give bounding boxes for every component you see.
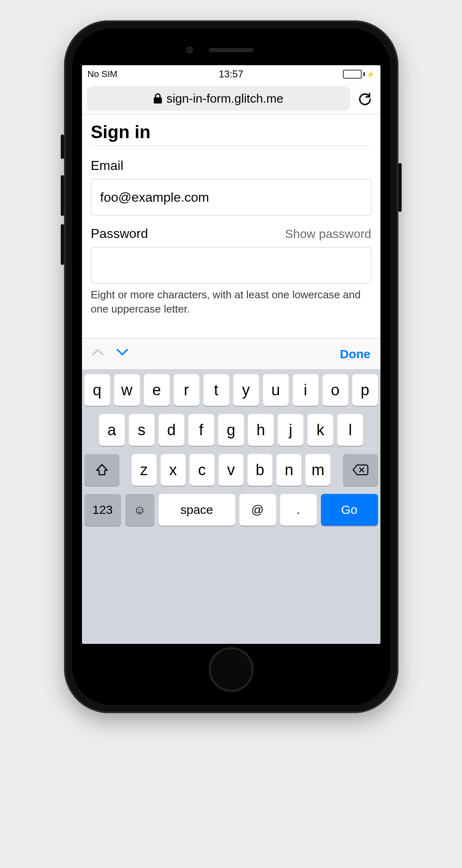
clock-label: 13:57 bbox=[219, 68, 243, 80]
key-n[interactable]: n bbox=[276, 454, 301, 486]
key-k[interactable]: k bbox=[307, 414, 333, 446]
password-label: Password bbox=[91, 226, 148, 241]
key-b[interactable]: b bbox=[248, 454, 272, 486]
shift-key[interactable] bbox=[84, 454, 119, 486]
key-m[interactable]: m bbox=[305, 454, 330, 486]
email-field[interactable] bbox=[91, 179, 371, 216]
key-y[interactable]: y bbox=[233, 374, 259, 406]
key-e[interactable]: e bbox=[144, 374, 170, 406]
key-d[interactable]: d bbox=[159, 414, 184, 446]
status-bar: No SIM 13:57 ⚡ bbox=[82, 65, 380, 83]
key-w[interactable]: w bbox=[114, 374, 140, 406]
key-g[interactable]: g bbox=[218, 414, 244, 446]
phone-frame: No SIM 13:57 ⚡ sign-in-form.glitch.me bbox=[64, 20, 398, 713]
key-z[interactable]: z bbox=[132, 454, 157, 486]
email-field-block: Email bbox=[91, 158, 371, 216]
key-a[interactable]: a bbox=[99, 414, 125, 446]
keyboard-accessory-bar: Done bbox=[82, 338, 380, 369]
volume-up-button bbox=[61, 175, 64, 216]
backspace-key[interactable] bbox=[343, 454, 378, 486]
mute-switch bbox=[61, 134, 64, 159]
password-hint: Eight or more characters, with at least … bbox=[91, 288, 371, 316]
key-j[interactable]: j bbox=[278, 414, 303, 446]
show-password-toggle[interactable]: Show password bbox=[285, 227, 371, 241]
power-button bbox=[398, 163, 402, 212]
key-r[interactable]: r bbox=[174, 374, 199, 406]
key-l[interactable]: l bbox=[337, 414, 363, 446]
key-t[interactable]: t bbox=[203, 374, 229, 406]
password-field-block: Password Show password Eight or more cha… bbox=[91, 226, 371, 316]
browser-toolbar: sign-in-form.glitch.me bbox=[82, 83, 380, 115]
home-button[interactable] bbox=[209, 647, 254, 692]
key-u[interactable]: u bbox=[263, 374, 289, 406]
go-key[interactable]: Go bbox=[321, 494, 378, 526]
key-p[interactable]: p bbox=[352, 374, 378, 406]
dot-key[interactable]: . bbox=[280, 494, 317, 526]
emoji-key[interactable]: ☺ bbox=[125, 494, 155, 526]
volume-down-button bbox=[61, 224, 64, 265]
key-h[interactable]: h bbox=[248, 414, 274, 446]
key-f[interactable]: f bbox=[188, 414, 214, 446]
key-x[interactable]: x bbox=[161, 454, 186, 486]
space-key[interactable]: space bbox=[159, 494, 235, 526]
phone-speaker bbox=[209, 48, 254, 52]
numeric-key[interactable]: 123 bbox=[84, 494, 121, 526]
page-content: Sign in Email Password Show password Eig… bbox=[82, 115, 380, 334]
url-text: sign-in-form.glitch.me bbox=[166, 92, 283, 106]
lock-icon bbox=[153, 93, 162, 104]
reload-button[interactable] bbox=[354, 91, 376, 106]
emoji-icon: ☺ bbox=[133, 503, 146, 517]
keyboard-done-button[interactable]: Done bbox=[340, 347, 371, 361]
shift-icon bbox=[95, 463, 109, 477]
key-i[interactable]: i bbox=[293, 374, 318, 406]
password-field[interactable] bbox=[91, 247, 371, 284]
at-key[interactable]: @ bbox=[239, 494, 276, 526]
carrier-label: No SIM bbox=[88, 69, 117, 79]
key-v[interactable]: v bbox=[219, 454, 243, 486]
key-q[interactable]: q bbox=[84, 374, 110, 406]
page-title: Sign in bbox=[91, 122, 371, 146]
key-s[interactable]: s bbox=[129, 414, 155, 446]
key-o[interactable]: o bbox=[323, 374, 348, 406]
battery-indicator: ⚡ bbox=[343, 70, 375, 79]
key-c[interactable]: c bbox=[190, 454, 214, 486]
front-camera bbox=[186, 47, 193, 53]
charging-icon: ⚡ bbox=[367, 70, 375, 78]
backspace-icon bbox=[352, 464, 369, 476]
email-label: Email bbox=[91, 158, 371, 173]
on-screen-keyboard: qwertyuiop asdfghjkl zxcvbnm bbox=[82, 369, 380, 644]
next-field-button[interactable] bbox=[116, 348, 128, 360]
prev-field-button bbox=[92, 348, 104, 360]
address-bar[interactable]: sign-in-form.glitch.me bbox=[87, 86, 350, 111]
screen: No SIM 13:57 ⚡ sign-in-form.glitch.me bbox=[82, 65, 380, 644]
